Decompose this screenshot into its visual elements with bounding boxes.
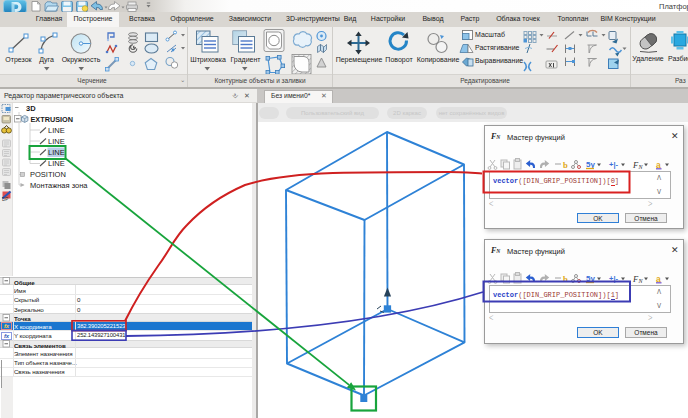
svg-text:N: N [638,163,644,169]
svg-text:5y: 5y [586,274,595,283]
svg-text:+|-: +|- [609,160,618,169]
svg-text:LINE: LINE [48,148,65,157]
svg-text:LINE: LINE [48,126,65,135]
svg-text:EXTRUSION: EXTRUSION [31,115,74,124]
svg-text:5y: 5y [586,160,595,169]
svg-text:a: a [656,159,661,169]
svg-text:b: b [563,274,568,284]
svg-text:Монтажная зона: Монтажная зона [30,181,88,190]
svg-text:a: a [656,274,661,284]
svg-text:LINE: LINE [48,137,65,146]
svg-text:N: N [638,278,644,284]
svg-text:LINE: LINE [48,159,65,168]
svg-text:+|-: +|- [609,274,618,283]
svg-text:b: b [563,159,568,169]
svg-text:3D: 3D [26,104,36,113]
svg-text:POSITION: POSITION [30,170,66,179]
